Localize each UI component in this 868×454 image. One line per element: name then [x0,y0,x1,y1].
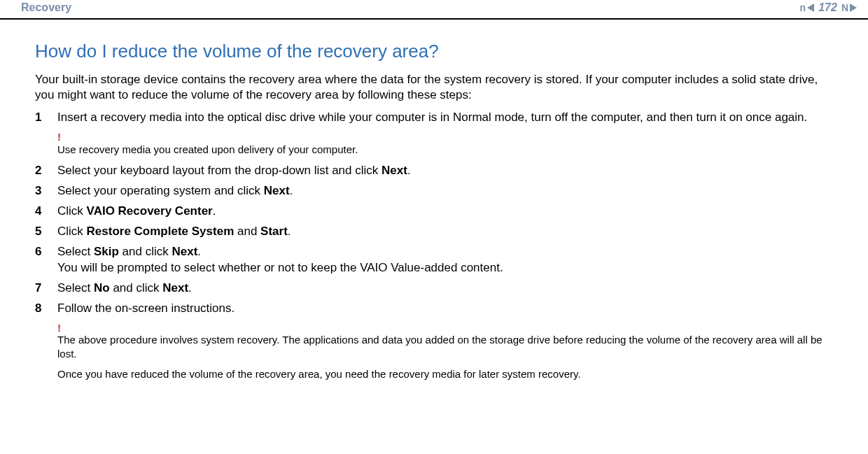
step-number: 7 [35,281,45,297]
step-text: Select Skip and click Next. You will be … [57,244,833,276]
step-text: Select your operating system and click N… [57,183,833,199]
step-7: 7 Select No and click Next. [35,281,833,297]
step-5: 5 Click Restore Complete System and Star… [35,224,833,240]
step-number: 3 [35,183,45,199]
step-1: 1 Insert a recovery media into the optic… [35,110,833,126]
step-text: Follow the on-screen instructions. [57,301,833,317]
step-2: 2 Select your keyboard layout from the d… [35,163,833,179]
step-4: 4 Click VAIO Recovery Center. [35,204,833,220]
step-text: Click Restore Complete System and Start. [57,224,833,240]
step-number: 1 [35,110,45,126]
question-title: How do I reduce the volume of the recove… [35,41,833,62]
step-text: Insert a recovery media into the optical… [57,110,833,126]
step-text: Select No and click Next. [57,281,833,297]
step-text: Select your keyboard layout from the dro… [57,163,833,179]
section-title: Recovery [21,1,71,14]
header-bar: Recovery n 172 N [0,0,868,20]
n-label: n [800,2,806,13]
step-number: 6 [35,244,45,276]
note-text: Once you have reduced the volume of the … [57,367,833,381]
step-6: 6 Select Skip and click Next. You will b… [35,244,833,276]
page-nav: n 172 N [800,1,857,14]
page-number: 172 [818,1,837,14]
step-number: 2 [35,163,45,179]
content-area: How do I reduce the volume of the recove… [0,20,868,381]
note-1: ! Use recovery media you created upon de… [35,130,833,156]
triangle-right-icon[interactable] [850,3,857,12]
note-2: ! The above procedure involves system re… [35,321,833,381]
step-3: 3 Select your operating system and click… [35,183,833,199]
step-number: 4 [35,204,45,220]
step-text: Click VAIO Recovery Center. [57,204,833,220]
step-number: 8 [35,301,45,317]
step-8: 8 Follow the on-screen instructions. [35,301,833,317]
N-label: N [841,2,848,13]
lead-paragraph: Your built-in storage device contains th… [35,72,833,103]
note-text: The above procedure involves system reco… [57,333,833,360]
note-text: Use recovery media you created upon deli… [57,143,833,157]
step-number: 5 [35,224,45,240]
steps-list: 1 Insert a recovery media into the optic… [35,110,833,381]
triangle-left-icon[interactable] [807,3,814,12]
